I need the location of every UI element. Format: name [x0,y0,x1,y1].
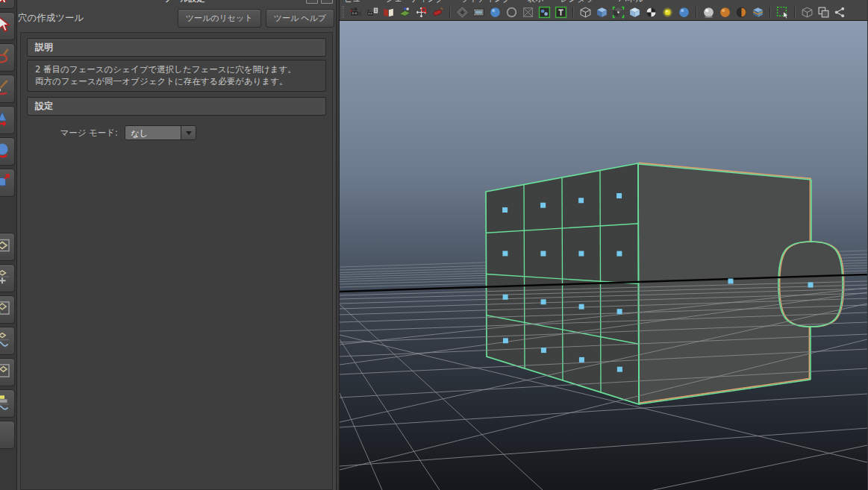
toolbar-separator [696,7,697,18]
lasso-tool-button[interactable] [0,43,15,72]
section-header-description[interactable]: 説明 [27,38,326,57]
layout-empty-button[interactable] [0,421,15,449]
select-partial-icon [0,0,11,5]
no-texture-icon[interactable] [520,5,536,19]
layout-empty-icon [0,424,11,445]
wireframe-cube-icon[interactable] [578,5,593,19]
toolbar-drag-handle[interactable] [342,6,344,18]
tool-header-row: 穴の作成ツール ツールのリセット ツール ヘルプ [17,4,336,32]
layout-four-view-icon [0,299,11,320]
material-balls-icon[interactable] [537,5,552,19]
tool-options-frame: 説明 2 番目のフェースのシェイプで選択したフェースに穴を開けます。 両方のフェ… [20,32,333,490]
section-header-settings[interactable]: 設定 [27,97,326,116]
merge-mode-dropdown[interactable]: なし [125,125,196,140]
checker-ball-icon[interactable] [643,5,659,19]
select-tool-icon [0,16,11,37]
eraser-icon[interactable] [430,5,446,19]
toolbox [0,0,17,490]
texture-t-icon[interactable] [553,5,569,19]
orange-ball-icon[interactable] [717,5,733,19]
tool-title: 穴の作成ツール [18,12,173,25]
toolbar-separator [572,7,574,18]
viewport-panel: ビューシェーディングライティング表示レンダラーパネル [340,0,867,490]
description-line-1: 2 番目のフェースのシェイプで選択したフェースに穴を開けます。 [35,63,318,75]
layout-four-view-button[interactable] [0,295,15,324]
dropdown-arrow-button[interactable] [181,126,196,139]
film-gate-icon[interactable] [471,5,487,19]
layout-hypergraph-icon [0,393,11,414]
toolbar-separator [449,7,451,18]
shaded-sphere-icon[interactable] [487,5,503,19]
viewport-toolbar [340,4,867,21]
rotate-tool-icon [0,141,11,162]
grid-plane-icon[interactable] [397,5,413,19]
minimize-button[interactable] [306,0,318,4]
merge-mode-label: マージ モード: [27,128,118,139]
merge-mode-row: マージ モード: なし [27,125,326,140]
layout-single-pane-icon [0,236,11,257]
layout-two-pane-icon [0,268,11,289]
wireframe-circle-icon[interactable] [504,5,519,19]
close-button[interactable] [321,0,333,4]
select-partial-button[interactable] [0,0,15,9]
scale-tool-icon [0,172,11,193]
layout-pane-graph-icon [0,330,11,351]
rotate-tool-button[interactable] [0,137,15,166]
layout-two-pane-button[interactable] [0,264,15,292]
textured-cube-icon[interactable] [750,5,766,19]
film-cube-icon[interactable] [611,5,626,19]
camera-icon[interactable] [348,5,363,19]
layout-persp-outliner-button[interactable] [0,358,15,386]
isolate-diamond-icon[interactable] [455,5,470,19]
layout-single-pane-button[interactable] [0,233,15,261]
maya-application-window: ツール設定 穴の作成ツール ツールのリセット ツール ヘルプ 説明 2 番目のフ… [0,0,868,490]
blue-ball-icon[interactable] [676,5,692,19]
tool-settings-panel: ツール設定 穴の作成ツール ツールのリセット ツール ヘルプ 説明 2 番目のフ… [17,0,336,490]
zoom-region-icon[interactable] [413,5,429,19]
chrome-ball-icon[interactable] [701,5,716,19]
image-plane-icon[interactable] [381,5,396,19]
layout-persp-outliner-icon [0,362,11,383]
viewport-canvas[interactable] [340,21,867,490]
move-tool-button[interactable] [0,106,15,134]
layout-pane-graph-button[interactable] [0,327,15,355]
panel-titlebar[interactable]: ツール設定 [17,0,336,4]
shaded-cube-icon[interactable] [594,5,610,19]
wire-cube-icon[interactable] [799,5,815,19]
half-ball-icon[interactable] [734,5,749,19]
camera-attributes-icon[interactable] [364,5,380,19]
tool-description: 2 番目のフェースのシェイプで選択したフェースに穴を開けます。 両方のフェースが… [27,60,326,92]
move-tool-icon [0,110,11,131]
smooth-cube-icon[interactable] [627,5,643,19]
selection-box-icon[interactable] [775,5,790,19]
description-line-2: 両方のフェースが同一オブジェクトに存在する必要があります。 [35,75,318,87]
light-ball-icon[interactable] [660,5,675,19]
share-icon[interactable] [832,5,848,19]
merge-mode-value[interactable]: なし [125,126,181,139]
tool-help-button[interactable]: ツール ヘルプ [266,9,334,28]
chevron-down-icon [186,131,192,135]
paint-select-tool-icon [0,78,11,99]
toolbar-separator [794,7,796,18]
panel-title: ツール設定 [163,0,205,4]
overlap-squares-icon[interactable] [816,5,831,19]
reset-tool-button[interactable]: ツールのリセット [178,9,261,28]
paint-select-tool-button[interactable] [0,75,15,103]
toolbar-separator [769,7,771,18]
select-tool-button[interactable] [0,12,15,40]
scale-tool-button[interactable] [0,169,15,197]
layout-hypergraph-button[interactable] [0,389,15,418]
lasso-tool-icon [0,47,11,68]
